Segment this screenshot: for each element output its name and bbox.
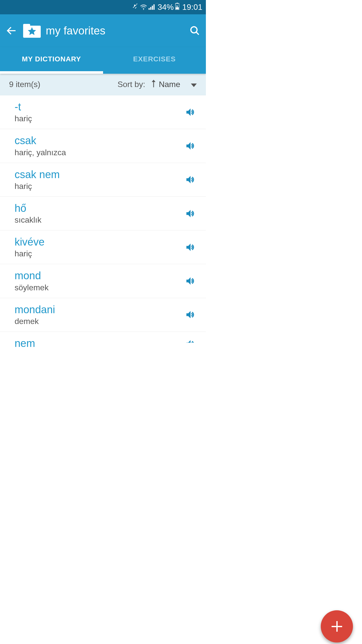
wifi-icon (140, 3, 147, 12)
status-icons: 34% 19:01 (132, 3, 202, 12)
battery-icon (175, 3, 179, 12)
word: -t (15, 101, 184, 113)
page-title: my favorites (46, 24, 189, 37)
mute-icon (132, 3, 139, 12)
word: csak (15, 135, 184, 147)
svg-rect-1 (149, 8, 150, 10)
svg-rect-6 (176, 3, 178, 4)
translation: hariç (15, 249, 184, 258)
app-bar: my favorites (0, 14, 206, 47)
translation: hariç (15, 182, 184, 191)
translation: söylemek (15, 283, 184, 292)
tab-my-dictionary[interactable]: MY DICTIONARY (0, 47, 103, 74)
tab-exercises[interactable]: EXERCISES (103, 47, 206, 74)
clock: 19:01 (182, 3, 202, 12)
svg-rect-2 (150, 7, 151, 10)
list-item[interactable]: hő sıcaklık (0, 197, 206, 230)
list-item[interactable]: kivéve hariç (0, 230, 206, 264)
svg-marker-0 (142, 9, 145, 10)
play-audio-button[interactable] (184, 241, 197, 254)
sort-by-label: Sort by: (117, 80, 145, 89)
back-button[interactable] (5, 25, 17, 37)
list-item[interactable]: mondani demek (0, 298, 206, 332)
sort-field: Name (159, 80, 180, 89)
play-audio-button[interactable] (184, 275, 197, 287)
list-item[interactable]: csak hariç, yalnızca (0, 129, 206, 163)
tabs: MY DICTIONARY EXERCISES (0, 47, 206, 74)
word: nem (15, 337, 184, 349)
word: csak nem (15, 169, 184, 181)
play-audio-button[interactable] (184, 338, 197, 350)
word: hő (15, 202, 184, 214)
svg-point-9 (191, 27, 197, 33)
play-audio-button[interactable] (184, 173, 197, 186)
translation: sıcaklık (15, 215, 184, 225)
svg-rect-7 (176, 7, 178, 9)
play-audio-button[interactable] (184, 308, 197, 321)
sort-bar: 9 item(s) Sort by: Name (0, 74, 206, 95)
list-item[interactable]: mond söylemek (0, 264, 206, 298)
word: mond (15, 270, 184, 282)
sort-direction-icon (151, 80, 156, 89)
word: mondani (15, 304, 184, 316)
play-audio-button[interactable] (184, 140, 197, 152)
signal-icon (149, 3, 155, 12)
play-audio-button[interactable] (184, 207, 197, 220)
item-count: 9 item(s) (9, 80, 117, 89)
word-list: -t hariç csak hariç, yalnızca csak nem h… (0, 95, 206, 350)
svg-rect-3 (152, 6, 153, 10)
translation: hariç, yalnızca (15, 148, 184, 157)
favorites-folder-icon (23, 24, 41, 38)
battery-percent: 34% (158, 3, 174, 12)
status-bar: 34% 19:01 (0, 0, 206, 14)
svg-rect-4 (153, 4, 154, 10)
list-item[interactable]: -t hariç (0, 95, 206, 129)
search-button[interactable] (189, 25, 201, 37)
play-audio-button[interactable] (184, 106, 197, 118)
word: kivéve (15, 236, 184, 248)
list-item[interactable]: csak nem hariç (0, 163, 206, 197)
sort-dropdown[interactable]: Name (151, 80, 197, 89)
svg-line-10 (196, 32, 199, 35)
translation: demek (15, 317, 184, 326)
translation: hariç (15, 114, 184, 123)
chevron-down-icon (191, 80, 197, 89)
list-item[interactable]: nem (0, 332, 206, 350)
